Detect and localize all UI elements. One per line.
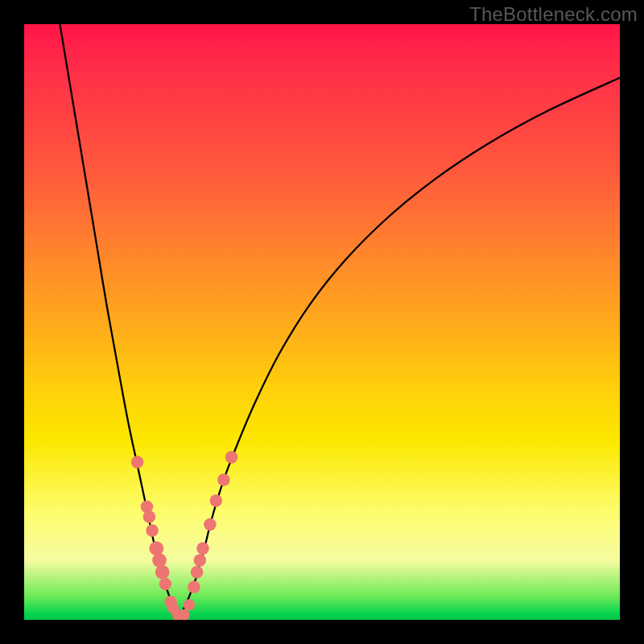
plot-area — [24, 24, 620, 620]
marker-dot — [149, 541, 163, 555]
marker-dot — [225, 451, 238, 464]
marker-dot — [196, 542, 209, 555]
marker-dot — [217, 473, 230, 486]
marker-dot — [194, 554, 207, 567]
marker-dot — [155, 565, 170, 580]
marker-dot — [159, 578, 172, 591]
marker-dot — [152, 553, 167, 568]
curve-right-branch — [179, 78, 620, 617]
chart-frame: TheBottleneck.com — [0, 0, 644, 644]
curve-left-branch — [60, 24, 179, 617]
marker-dot — [184, 599, 195, 610]
marker-dot — [204, 518, 217, 531]
marker-dots — [131, 451, 237, 620]
marker-dot — [146, 524, 159, 537]
marker-dot — [188, 581, 200, 594]
marker-dot — [191, 566, 204, 579]
marker-dot — [143, 510, 156, 523]
marker-dot — [131, 456, 144, 469]
marker-dot — [210, 494, 223, 507]
curve-svg — [24, 24, 620, 620]
watermark-text: TheBottleneck.com — [469, 3, 638, 26]
